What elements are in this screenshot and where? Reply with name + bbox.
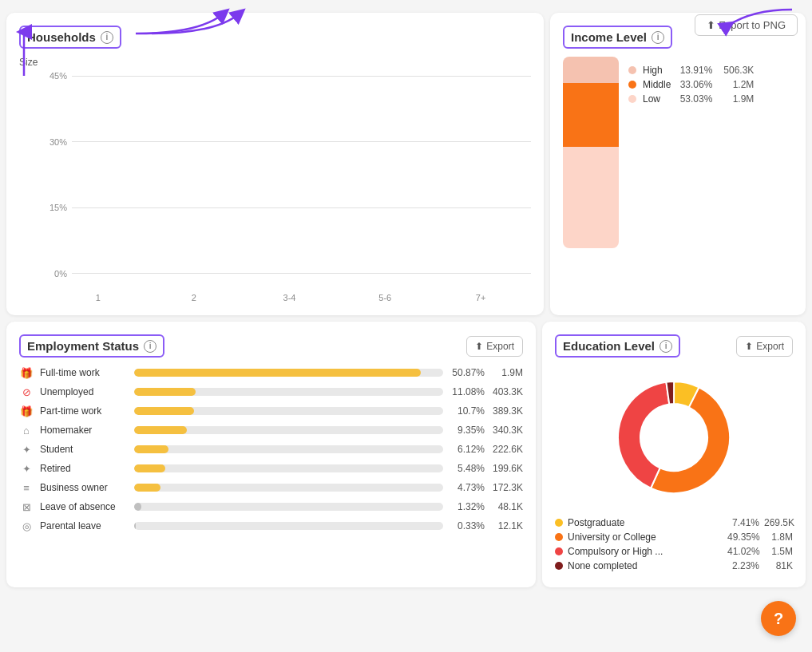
top-row: Households i Size <box>6 13 806 315</box>
stack-segment <box>563 83 619 146</box>
legend-label: Middle <box>643 79 671 90</box>
emp-val: 1.9M <box>491 367 523 378</box>
list-item: ⌂ Homemaker 9.35% 340.3K <box>19 423 523 437</box>
income-legend-row: Middle 33.06% 1.2M <box>628 79 754 90</box>
list-item: ⊘ Unemployed 11.08% 403.3K <box>19 385 523 399</box>
employment-list: 🎁 Full-time work 50.87% 1.9M ⊘ Unemploye… <box>19 366 523 533</box>
emp-pct: 5.48% <box>450 463 485 474</box>
x-label: 5-6 <box>343 293 427 302</box>
edu-dot <box>555 533 563 541</box>
emp-bar-fill <box>134 503 141 511</box>
emp-bar-track <box>134 407 443 415</box>
legend-label: Low <box>643 93 671 105</box>
main-container: ⬆ Export to PNG Households i <box>0 0 812 594</box>
edu-dot <box>555 562 563 570</box>
emp-bar-track <box>134 522 443 530</box>
education-export-button[interactable]: ⬆ Export <box>736 336 793 357</box>
income-card: Income Level i High <box>550 13 806 315</box>
education-info-icon[interactable]: i <box>660 340 672 353</box>
emp-label: Leave of absence <box>40 501 128 512</box>
edu-label: Compulsory or High ... <box>568 546 723 557</box>
emp-icon: ✦ <box>19 442 34 456</box>
export-png-button[interactable]: ⬆ Export to PNG <box>695 14 798 36</box>
x-label: 1 <box>56 293 141 302</box>
emp-bar-fill <box>134 464 165 472</box>
households-title-text: Households <box>27 30 96 44</box>
fab-label: ? <box>774 610 783 628</box>
emp-icon: 🎁 <box>19 366 34 380</box>
legend-val: 1.9M <box>719 93 754 105</box>
emp-val: 403.3K <box>491 386 523 397</box>
stack-segment <box>563 147 619 248</box>
edu-label: Postgraduate <box>568 517 723 528</box>
emp-pct: 1.32% <box>450 501 485 512</box>
list-item: ✦ Student 6.12% 222.6K <box>19 442 523 456</box>
employment-export-button[interactable]: ⬆ Export <box>466 336 523 357</box>
legend-dot <box>628 66 636 74</box>
emp-label: Part-time work <box>40 405 128 417</box>
employment-info-icon[interactable]: i <box>144 340 156 353</box>
education-title-text: Education Level <box>563 339 655 353</box>
list-item: ◎ Parental leave 0.33% 12.1K <box>19 519 523 533</box>
income-legend-row: High 13.91% 506.3K <box>628 65 754 76</box>
households-info-icon[interactable]: i <box>101 31 113 44</box>
education-legend: Postgraduate 7.41% 269.5K University or … <box>555 517 793 571</box>
edu-dot <box>555 519 563 527</box>
emp-val: 172.3K <box>491 482 523 493</box>
edu-val: 1.8M <box>764 531 793 543</box>
income-legend-row: Low 53.03% 1.9M <box>628 93 754 105</box>
edu-legend-row: Compulsory or High ... 41.02% 1.5M <box>555 546 793 557</box>
households-card: Households i Size <box>6 13 544 315</box>
emp-label: Retired <box>40 463 128 474</box>
emp-icon: ◎ <box>19 519 34 533</box>
emp-bar-track <box>134 484 443 492</box>
edu-legend-row: None completed 2.23% 81K <box>555 560 793 571</box>
list-item: 🎁 Full-time work 50.87% 1.9M <box>19 366 523 380</box>
emp-label: Full-time work <box>40 367 128 378</box>
legend-pct: 13.91% <box>677 65 712 76</box>
edu-legend-row: Postgraduate 7.41% 269.5K <box>555 517 793 528</box>
income-info-icon[interactable]: i <box>652 31 664 44</box>
edu-dot <box>555 547 563 555</box>
emp-bar-fill <box>134 407 194 415</box>
emp-label: Parental leave <box>40 520 128 531</box>
emp-label: Business owner <box>40 482 128 493</box>
size-label: Size <box>19 57 531 68</box>
edu-val: 269.5K <box>764 517 793 528</box>
list-item: ≡ Business owner 4.73% 172.3K <box>19 480 523 495</box>
edu-val: 81K <box>764 560 793 571</box>
emp-pct: 0.33% <box>450 520 485 531</box>
help-fab[interactable]: ? <box>761 601 796 636</box>
employment-export-label: Export <box>486 341 514 352</box>
households-arrow <box>120 2 279 41</box>
employment-title-text: Employment Status <box>27 339 139 353</box>
emp-pct: 9.35% <box>450 425 485 436</box>
income-stacked: High 13.91% 506.3K Middle 33.06% 1.2M Lo… <box>563 57 793 248</box>
income-title-text: Income Level <box>571 30 647 44</box>
emp-bar-track <box>134 426 443 434</box>
emp-val: 12.1K <box>491 520 523 531</box>
households-chart: 45% 30% 15% 0% <box>19 71 531 302</box>
legend-dot <box>628 81 636 89</box>
edu-label: University or College <box>568 531 723 543</box>
education-header: Education Level i ⬆ Export <box>555 334 793 358</box>
education-export-label: Export <box>756 341 784 352</box>
emp-label: Unemployed <box>40 386 128 397</box>
employment-title: Employment Status i <box>19 334 164 358</box>
emp-val: 389.3K <box>491 405 523 417</box>
bottom-row: Employment Status i ⬆ Export <box>6 322 806 587</box>
emp-val: 199.6K <box>491 463 523 474</box>
edu-pct: 2.23% <box>727 560 759 571</box>
legend-label: High <box>643 65 671 76</box>
edu-pct: 7.41% <box>727 517 759 528</box>
list-item: ⊠ Leave of absence 1.32% 48.1K <box>19 500 523 514</box>
employment-card: Employment Status i ⬆ Export <box>6 322 536 587</box>
emp-bar-fill <box>134 522 136 530</box>
legend-pct: 53.03% <box>677 93 712 105</box>
emp-pct: 10.7% <box>450 405 485 417</box>
education-donut-container <box>555 366 793 509</box>
education-title: Education Level i <box>555 334 680 358</box>
emp-icon: 🎁 <box>19 404 34 418</box>
emp-pct: 4.73% <box>450 482 485 493</box>
income-legend: High 13.91% 506.3K Middle 33.06% 1.2M Lo… <box>628 65 754 108</box>
